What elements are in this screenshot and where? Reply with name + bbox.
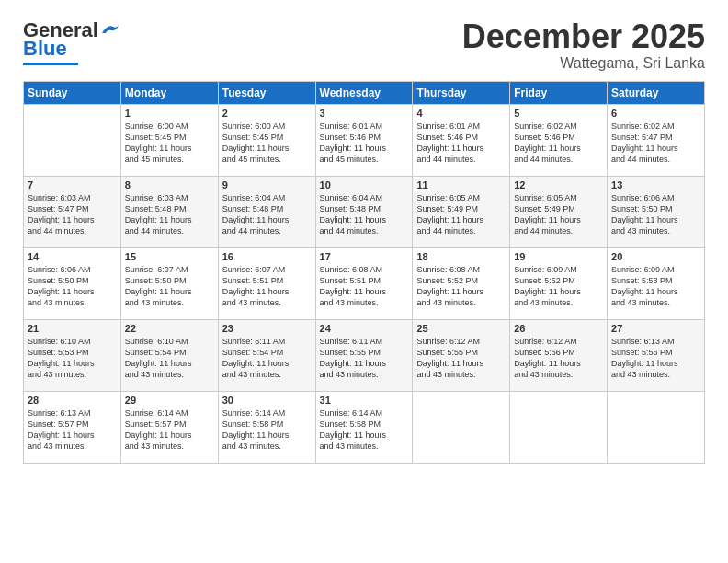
day-number: 10: [320, 179, 409, 190]
day-number: 31: [320, 395, 409, 406]
day-info: Sunrise: 6:02 AMSunset: 5:46 PMDaylight:…: [514, 121, 603, 166]
page: General Blue December 2025 Wattegama, Sr…: [0, 0, 728, 563]
calendar-cell: 31Sunrise: 6:14 AMSunset: 5:58 PMDayligh…: [315, 391, 413, 463]
day-info: Sunrise: 6:00 AMSunset: 5:45 PMDaylight:…: [125, 121, 214, 166]
day-info: Sunrise: 6:01 AMSunset: 5:46 PMDaylight:…: [320, 121, 409, 166]
calendar-cell: 17Sunrise: 6:08 AMSunset: 5:51 PMDayligh…: [315, 247, 413, 319]
calendar-cell: [510, 391, 608, 463]
day-info: Sunrise: 6:03 AMSunset: 5:47 PMDaylight:…: [28, 192, 117, 237]
calendar-cell: 27Sunrise: 6:13 AMSunset: 5:56 PMDayligh…: [608, 319, 705, 391]
calendar-header-row: SundayMondayTuesdayWednesdayThursdayFrid…: [24, 81, 705, 104]
day-of-week-header: Friday: [510, 81, 608, 104]
calendar-cell: [413, 391, 510, 463]
day-info: Sunrise: 6:14 AMSunset: 5:58 PMDaylight:…: [320, 408, 409, 453]
day-info: Sunrise: 6:09 AMSunset: 5:53 PMDaylight:…: [611, 264, 700, 309]
calendar-cell: 30Sunrise: 6:14 AMSunset: 5:58 PMDayligh…: [218, 391, 315, 463]
calendar-cell: [608, 391, 705, 463]
calendar-week-row: 14Sunrise: 6:06 AMSunset: 5:50 PMDayligh…: [24, 247, 705, 319]
day-number: 27: [611, 323, 700, 334]
day-info: Sunrise: 6:04 AMSunset: 5:48 PMDaylight:…: [222, 192, 312, 237]
day-number: 7: [28, 179, 117, 190]
calendar-cell: 15Sunrise: 6:07 AMSunset: 5:50 PMDayligh…: [120, 247, 218, 319]
day-info: Sunrise: 6:05 AMSunset: 5:49 PMDaylight:…: [416, 192, 506, 237]
day-info: Sunrise: 6:10 AMSunset: 5:54 PMDaylight:…: [125, 336, 214, 381]
calendar-cell: 23Sunrise: 6:11 AMSunset: 5:54 PMDayligh…: [218, 319, 315, 391]
logo-underline: [23, 63, 78, 65]
calendar-cell: 8Sunrise: 6:03 AMSunset: 5:48 PMDaylight…: [120, 176, 218, 247]
day-number: 28: [28, 395, 117, 406]
calendar-week-row: 1Sunrise: 6:00 AMSunset: 5:45 PMDaylight…: [24, 104, 705, 176]
header: General Blue December 2025 Wattegama, Sr…: [23, 18, 705, 72]
calendar-cell: 2Sunrise: 6:00 AMSunset: 5:45 PMDaylight…: [218, 104, 315, 176]
day-number: 3: [320, 108, 409, 119]
day-info: Sunrise: 6:06 AMSunset: 5:50 PMDaylight:…: [611, 192, 700, 237]
day-info: Sunrise: 6:10 AMSunset: 5:53 PMDaylight:…: [28, 336, 117, 381]
calendar-cell: 3Sunrise: 6:01 AMSunset: 5:46 PMDaylight…: [315, 104, 413, 176]
day-info: Sunrise: 6:12 AMSunset: 5:55 PMDaylight:…: [416, 336, 506, 381]
day-number: 6: [611, 108, 700, 119]
day-number: 14: [28, 251, 117, 262]
day-info: Sunrise: 6:12 AMSunset: 5:56 PMDaylight:…: [514, 336, 603, 381]
day-info: Sunrise: 6:14 AMSunset: 5:58 PMDaylight:…: [222, 408, 312, 453]
calendar-cell: 5Sunrise: 6:02 AMSunset: 5:46 PMDaylight…: [510, 104, 608, 176]
day-of-week-header: Wednesday: [315, 81, 413, 104]
day-number: 20: [611, 251, 700, 262]
day-info: Sunrise: 6:04 AMSunset: 5:48 PMDaylight:…: [320, 192, 409, 237]
day-info: Sunrise: 6:08 AMSunset: 5:52 PMDaylight:…: [416, 264, 506, 309]
day-number: 11: [416, 179, 506, 190]
calendar-week-row: 28Sunrise: 6:13 AMSunset: 5:57 PMDayligh…: [24, 391, 705, 463]
day-of-week-header: Tuesday: [218, 81, 315, 104]
day-info: Sunrise: 6:07 AMSunset: 5:50 PMDaylight:…: [125, 264, 214, 309]
location: Wattegama, Sri Lanka: [462, 55, 705, 72]
day-number: 21: [28, 323, 117, 334]
calendar-cell: 21Sunrise: 6:10 AMSunset: 5:53 PMDayligh…: [24, 319, 121, 391]
day-number: 16: [222, 251, 312, 262]
day-info: Sunrise: 6:14 AMSunset: 5:57 PMDaylight:…: [125, 408, 214, 453]
day-number: 9: [222, 179, 312, 190]
day-info: Sunrise: 6:01 AMSunset: 5:46 PMDaylight:…: [416, 121, 506, 166]
day-number: 12: [514, 179, 603, 190]
calendar-cell: 18Sunrise: 6:08 AMSunset: 5:52 PMDayligh…: [413, 247, 510, 319]
day-number: 19: [514, 251, 603, 262]
day-number: 30: [222, 395, 312, 406]
calendar-cell: 19Sunrise: 6:09 AMSunset: 5:52 PMDayligh…: [510, 247, 608, 319]
day-number: 23: [222, 323, 312, 334]
calendar-week-row: 21Sunrise: 6:10 AMSunset: 5:53 PMDayligh…: [24, 319, 705, 391]
calendar-cell: 29Sunrise: 6:14 AMSunset: 5:57 PMDayligh…: [120, 391, 218, 463]
calendar-cell: 26Sunrise: 6:12 AMSunset: 5:56 PMDayligh…: [510, 319, 608, 391]
day-info: Sunrise: 6:05 AMSunset: 5:49 PMDaylight:…: [514, 192, 603, 237]
logo-blue: Blue: [23, 37, 67, 61]
day-number: 22: [125, 323, 214, 334]
day-number: 29: [125, 395, 214, 406]
day-number: 15: [125, 251, 214, 262]
day-info: Sunrise: 6:11 AMSunset: 5:54 PMDaylight:…: [222, 336, 312, 381]
calendar-cell: 7Sunrise: 6:03 AMSunset: 5:47 PMDaylight…: [24, 176, 121, 247]
calendar-cell: 16Sunrise: 6:07 AMSunset: 5:51 PMDayligh…: [218, 247, 315, 319]
day-number: 2: [222, 108, 312, 119]
calendar-cell: 9Sunrise: 6:04 AMSunset: 5:48 PMDaylight…: [218, 176, 315, 247]
day-info: Sunrise: 6:13 AMSunset: 5:57 PMDaylight:…: [28, 408, 117, 453]
day-info: Sunrise: 6:02 AMSunset: 5:47 PMDaylight:…: [611, 121, 700, 166]
day-info: Sunrise: 6:08 AMSunset: 5:51 PMDaylight:…: [320, 264, 409, 309]
day-number: 17: [320, 251, 409, 262]
calendar-cell: [24, 104, 121, 176]
day-number: 25: [416, 323, 506, 334]
calendar-cell: 1Sunrise: 6:00 AMSunset: 5:45 PMDaylight…: [120, 104, 218, 176]
day-number: 8: [125, 179, 214, 190]
day-number: 4: [416, 108, 506, 119]
day-number: 26: [514, 323, 603, 334]
day-number: 24: [320, 323, 409, 334]
calendar-cell: 6Sunrise: 6:02 AMSunset: 5:47 PMDaylight…: [608, 104, 705, 176]
calendar-cell: 4Sunrise: 6:01 AMSunset: 5:46 PMDaylight…: [413, 104, 510, 176]
day-of-week-header: Sunday: [24, 81, 121, 104]
calendar-cell: 24Sunrise: 6:11 AMSunset: 5:55 PMDayligh…: [315, 319, 413, 391]
day-number: 5: [514, 108, 603, 119]
day-info: Sunrise: 6:13 AMSunset: 5:56 PMDaylight:…: [611, 336, 700, 381]
day-number: 1: [125, 108, 214, 119]
day-info: Sunrise: 6:11 AMSunset: 5:55 PMDaylight:…: [320, 336, 409, 381]
day-number: 18: [416, 251, 506, 262]
calendar-cell: 25Sunrise: 6:12 AMSunset: 5:55 PMDayligh…: [413, 319, 510, 391]
day-info: Sunrise: 6:03 AMSunset: 5:48 PMDaylight:…: [125, 192, 214, 237]
day-of-week-header: Monday: [120, 81, 218, 104]
day-of-week-header: Saturday: [608, 81, 705, 104]
